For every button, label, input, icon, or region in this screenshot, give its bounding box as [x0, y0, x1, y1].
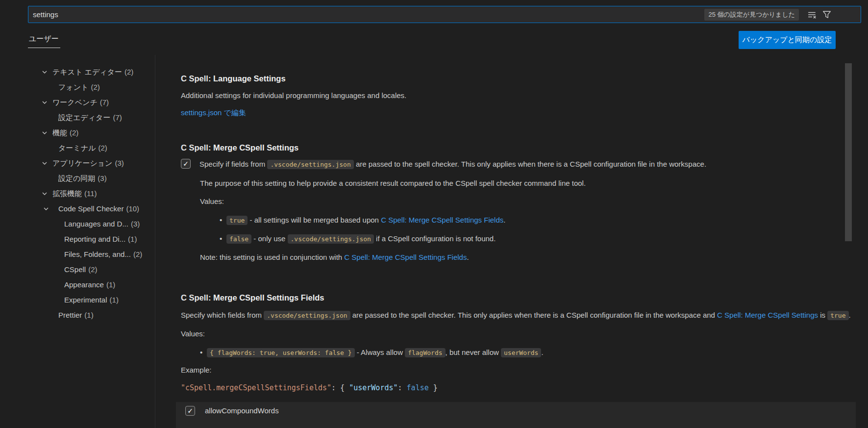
- edit-in-settings-json-link[interactable]: settings.json で編集: [181, 108, 246, 118]
- toc-item-count: (2): [124, 68, 133, 76]
- setting-description: The purpose of this setting to help prov…: [200, 178, 856, 188]
- chevron-down-icon[interactable]: [42, 160, 48, 166]
- setting-description: Specify if fields from .vscode/settings.…: [199, 159, 706, 170]
- code-chip: .vscode/settings.json: [267, 160, 353, 169]
- text-segment: : {: [331, 383, 349, 392]
- toc-item-count: (2): [133, 250, 142, 258]
- toc-item-11[interactable]: Reporting and Di...(1): [28, 231, 153, 247]
- setting-category-prefix: C Spell:: [181, 143, 213, 152]
- toc-item-3[interactable]: 設定エディター(7): [28, 110, 153, 125]
- merge-cspell-settings-checkbox[interactable]: ✓: [181, 159, 191, 169]
- toc-item-label: フォント(2): [58, 79, 100, 95]
- toc-item-label: Experimental(1): [64, 292, 119, 307]
- value-option-flagwords: { flagWords: true, userWords: false } - …: [181, 347, 856, 359]
- toc-item-4[interactable]: 機能(2): [28, 125, 153, 140]
- code-chip: flagWords: [405, 348, 445, 357]
- chevron-down-icon[interactable]: [42, 130, 48, 136]
- text-segment: - all settings will be merged based upon: [248, 216, 381, 224]
- toc-item-count: (2): [98, 144, 107, 152]
- toc-item-10[interactable]: Languages and D...(3): [28, 216, 153, 231]
- example-label: Example:: [181, 365, 856, 375]
- text-segment: Note: this setting is used in conjunctio…: [200, 253, 344, 261]
- settings-search-bar: 25 個の設定が見つかりました: [28, 6, 861, 23]
- example-code-line: "cSpell.mergeCSpellSettingsFields": { "u…: [181, 383, 856, 393]
- toc-item-15[interactable]: Experimental(1): [28, 292, 153, 307]
- text-segment: false: [407, 383, 429, 392]
- clear-search-results-icon[interactable]: [807, 9, 818, 20]
- toc-item-count: (3): [115, 159, 124, 167]
- inline-setting-link[interactable]: C Spell: Merge CSpell Settings Fields: [344, 253, 467, 261]
- toc-item-count: (11): [84, 189, 97, 198]
- toc-item-count: (10): [126, 204, 139, 213]
- toc-item-label: テキスト エディター(2): [52, 64, 133, 79]
- backup-sync-settings-button[interactable]: バックアップと同期の設定: [739, 31, 836, 49]
- toc-item-count: (1): [84, 311, 93, 319]
- toc-item-12[interactable]: Files, Folders, and...(2): [28, 247, 153, 262]
- toc-item-count: (2): [91, 83, 99, 91]
- chevron-down-icon[interactable]: [43, 206, 49, 212]
- chevron-down-icon[interactable]: [42, 100, 48, 105]
- allow-compound-words-label: allowCompoundWords: [205, 405, 279, 416]
- toc-item-6[interactable]: アプリケーション(3): [28, 155, 153, 171]
- toc-item-label: Code Spell Checker(10): [58, 201, 139, 216]
- toc-item-8[interactable]: 拡張機能(11): [28, 186, 153, 201]
- merge-cspell-settings-row: ✓ Specify if fields from .vscode/setting…: [181, 159, 856, 170]
- code-chip: userWords: [501, 348, 541, 357]
- toc-item-label: ワークベンチ(7): [52, 95, 109, 110]
- toc-item-9[interactable]: Code Spell Checker(10): [28, 201, 153, 216]
- setting-name: Language Settings: [213, 74, 286, 83]
- toc-item-5[interactable]: ターミナル(2): [28, 140, 153, 155]
- toc-item-count: (2): [70, 128, 78, 137]
- text-segment: is: [818, 311, 827, 319]
- toc-item-label: ターミナル(2): [58, 140, 107, 155]
- allow-compound-words-checkbox[interactable]: ✓: [185, 406, 195, 416]
- setting-title-language-settings: C Spell: Language Settings: [181, 74, 856, 83]
- chevron-down-icon[interactable]: [42, 191, 48, 197]
- vertical-scrollbar-thumb[interactable]: [845, 63, 852, 241]
- toc-item-count: (1): [110, 296, 119, 304]
- toc-item-7[interactable]: 設定の同期(3): [28, 171, 153, 186]
- toc-item-count: (1): [106, 280, 115, 289]
- toc-item-14[interactable]: Appearance(1): [28, 277, 153, 292]
- search-result-count-badge: 25 個の設定が見つかりました: [704, 9, 799, 21]
- text-segment: .: [467, 253, 469, 261]
- tab-user-settings[interactable]: ユーザー: [28, 31, 60, 48]
- toc-item-1[interactable]: フォント(2): [28, 79, 153, 95]
- setting-description: Additional settings for individual progr…: [181, 91, 856, 101]
- inline-setting-link[interactable]: C Spell: Merge CSpell Settings: [717, 311, 818, 319]
- text-segment: Specify which fields from: [181, 311, 264, 319]
- text-segment: - Always allow: [355, 348, 405, 356]
- toc-item-label: Reporting and Di...(1): [64, 231, 137, 247]
- chevron-down-icon[interactable]: [42, 69, 48, 75]
- toc-item-label: アプリケーション(3): [52, 155, 124, 171]
- code-chip: .vscode/settings.json: [264, 311, 350, 320]
- text-segment: "cSpell.mergeCSpellSettingsFields": [181, 383, 331, 392]
- toc-item-0[interactable]: テキスト エディター(2): [28, 64, 153, 79]
- text-segment: Specify if fields from: [199, 160, 267, 168]
- text-segment: "userWords": [349, 383, 397, 392]
- toc-item-label: CSpell(2): [64, 262, 98, 277]
- code-chip: false: [226, 234, 251, 244]
- setting-description: Specify which fields from .vscode/settin…: [181, 309, 856, 322]
- toc-item-16[interactable]: Prettier(1): [28, 307, 153, 323]
- search-input[interactable]: [28, 6, 704, 23]
- inline-setting-link[interactable]: C Spell: Merge CSpell Settings Fields: [381, 216, 503, 224]
- filter-icon[interactable]: [821, 9, 832, 20]
- text-segment: are passed to the spell checker. This on…: [354, 160, 706, 168]
- toc-item-count: (3): [131, 220, 140, 228]
- toc-item-label: 設定エディター(7): [58, 110, 122, 125]
- setting-category-prefix: C Spell:: [181, 293, 213, 302]
- toc-item-count: (7): [113, 113, 122, 122]
- toc-content-separator[interactable]: [155, 55, 155, 428]
- code-chip: true: [226, 216, 248, 225]
- setting-title-merge-cspell-settings-fields: C Spell: Merge CSpell Settings Fields: [181, 293, 856, 302]
- toc-item-count: (1): [128, 235, 137, 243]
- text-segment: :: [398, 383, 407, 392]
- toc-item-count: (7): [100, 98, 109, 106]
- toc-item-2[interactable]: ワークベンチ(7): [28, 95, 153, 110]
- toc-item-13[interactable]: CSpell(2): [28, 262, 153, 277]
- toc-item-label: Files, Folders, and...(2): [64, 247, 142, 262]
- toc-item-label: Prettier(1): [58, 307, 94, 323]
- allow-compound-words-row[interactable]: ✓ allowCompoundWords: [176, 402, 856, 428]
- toc-item-label: Appearance(1): [64, 277, 115, 292]
